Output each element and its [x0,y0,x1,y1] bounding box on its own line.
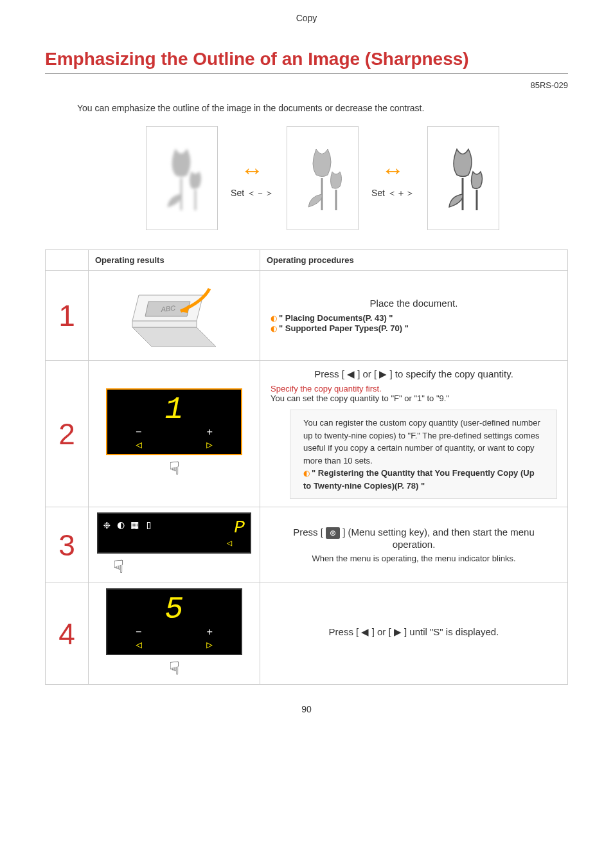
tulip-normal [287,126,359,230]
step2-main: Press [ ◀ ] or [ ▶ ] to specify the copy… [271,368,557,380]
step2-sub: You can set the copy quantity to "F" or … [271,393,557,403]
result-illustration: 1 −+ ◁▷ ☟ [89,361,260,507]
svg-marker-1 [132,321,197,327]
screen-icons: ❉ ◐ ▦ ▯ [103,519,152,532]
table-row: 1 ABC [46,271,568,361]
screen-char: 1 [110,392,238,427]
set-plus-label: Set ＜＋＞ [371,188,414,199]
step3-main: Press [ ⊛ ] (Menu setting key), and then… [271,527,557,550]
step-number: 2 [46,361,89,507]
hand-icon: ☟ [113,556,254,577]
col-header-procedures: Operating procedures [260,250,568,271]
step2-red-note: Specify the copy quantity first. [271,384,557,393]
step-number: 4 [46,583,89,685]
note-body: You can register the custom copy quantit… [303,418,540,466]
header-section-label: Copy [45,13,568,23]
left-triangle-icon: ◀ [361,626,369,638]
reference-id: 85RS-029 [45,80,568,90]
step2-note-box: You can register the custom copy quantit… [290,410,557,499]
svg-text:ABC: ABC [160,304,176,313]
step-number: 1 [46,271,89,361]
sharpness-illustration: ↔ Set ＜－＞ ↔ Set ＜＋＞ [77,126,568,230]
col-header-results: Operating results [89,250,260,271]
bullet-icon: ◐ [271,314,277,323]
step-number: 3 [46,507,89,583]
step1-link2[interactable]: " Supported Paper Types(P. 70) " [279,323,409,333]
table-row: 3 ❉ ◐ ▦ ▯ P ◁ ☟ Press [ ⊛ ] (Menu settin… [46,507,568,583]
step1-link1[interactable]: " Placing Documents(P. 43) " [279,313,393,323]
set-minus-label: Set ＜－＞ [231,188,274,199]
step4-main: Press [ ◀ ] or [ ▶ ] until "S" is displa… [271,626,557,638]
page-number: 90 [45,704,568,714]
intro-text: You can emphasize the outline of the ima… [77,103,568,113]
right-triangle-icon: ▶ [379,368,387,380]
table-row: 2 1 −+ ◁▷ ☟ Press [ ◀ ] or [ ▶ ] to spec… [46,361,568,507]
result-illustration: 5 −+ ◁▷ ☟ [89,583,260,685]
svg-marker-0 [132,327,216,347]
screen-char: P [234,518,245,538]
result-illustration: ABC [89,271,260,361]
bullet-icon: ◐ [271,324,277,333]
menu-key-icon: ⊛ [326,527,340,539]
step2-note-link[interactable]: " Registering the Quantity that You Freq… [303,468,535,491]
arrows-icon: ↔ [381,157,404,184]
step3-sub: When the menu is operating, the menu ind… [271,554,557,563]
table-row: 4 5 −+ ◁▷ ☟ Press [ ◀ ] or [ ▶ ] until "… [46,583,568,685]
right-triangle-icon: ▶ [394,626,402,638]
tulip-blurry [146,126,218,230]
tulip-sharp [427,126,499,230]
page-title: Emphasizing the Outline of an Image (Sha… [45,49,568,74]
bullet-icon: ◐ [303,469,310,478]
steps-table: Operating results Operating procedures 1… [45,249,568,685]
left-triangle-icon: ◀ [347,368,355,380]
hand-icon: ☟ [94,658,254,679]
arrows-icon: ↔ [241,157,264,184]
hand-icon: ☟ [94,458,254,479]
screen-char: 5 [110,592,238,627]
step1-main: Place the document. [271,298,557,309]
result-illustration: ❉ ◐ ▦ ▯ P ◁ ☟ [89,507,260,583]
